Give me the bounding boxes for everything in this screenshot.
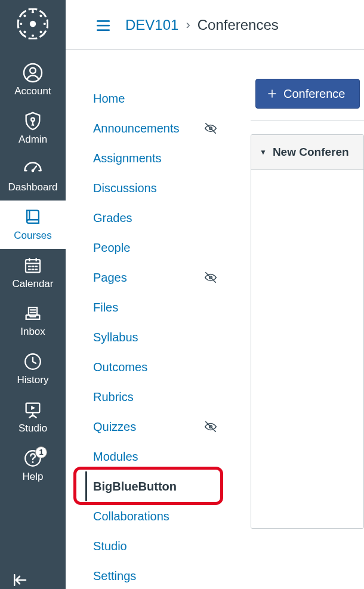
course-nav-label: Grades <box>93 211 132 225</box>
easel-play-icon <box>22 399 44 421</box>
nav-history[interactable]: History <box>0 345 66 393</box>
svg-point-3 <box>20 23 22 25</box>
breadcrumb-current: Conferences <box>198 17 279 33</box>
course-nav-label: Quizzes <box>93 420 136 434</box>
nav-account[interactable]: Account <box>0 56 66 104</box>
course-nav-item[interactable]: Rubrics <box>93 382 228 412</box>
svg-point-10 <box>30 67 36 73</box>
course-nav-label: Assignments <box>93 152 162 165</box>
course-nav-label: Announcements <box>93 122 180 135</box>
svg-point-17 <box>32 461 34 463</box>
course-nav-item[interactable]: Home <box>93 84 228 113</box>
nav-label: Calendar <box>13 279 54 290</box>
add-conference-button[interactable]: Conference <box>255 79 360 109</box>
nav-label: Studio <box>18 423 47 434</box>
top-bar: DEV101 › Conferences <box>66 0 364 50</box>
nav-label: Courses <box>14 230 51 242</box>
nav-label: Account <box>14 86 51 97</box>
nav-label: Dashboard <box>8 182 57 193</box>
nav-collapse-toggle[interactable] <box>0 563 66 589</box>
svg-point-2 <box>32 35 34 37</box>
course-nav-label: Outcomes <box>93 360 147 374</box>
course-nav-item[interactable]: Grades <box>93 203 228 233</box>
course-nav-item[interactable]: Collaborations <box>93 501 228 531</box>
course-nav-label: Files <box>93 301 118 314</box>
svg-point-1 <box>32 11 34 13</box>
book-icon <box>22 206 44 228</box>
add-conference-label: Conference <box>283 87 345 101</box>
course-nav-item[interactable]: BigBlueButton <box>85 471 228 501</box>
nav-studio[interactable]: Studio <box>0 393 66 442</box>
nav-dashboard[interactable]: Dashboard <box>0 152 66 201</box>
course-nav-item[interactable]: Announcements <box>93 113 228 143</box>
nav-inbox[interactable]: Inbox <box>0 297 66 345</box>
divider <box>251 121 364 121</box>
conference-section-body <box>251 170 363 528</box>
eye-off-icon <box>204 122 217 135</box>
inbox-tray-icon <box>22 303 44 324</box>
nav-help[interactable]: 1 Help <box>0 442 66 490</box>
course-nav-label: Studio <box>93 539 127 553</box>
calendar-icon <box>22 255 44 276</box>
nav-calendar[interactable]: Calendar <box>0 249 66 297</box>
nav-courses[interactable]: Courses <box>0 201 66 249</box>
eye-off-icon <box>204 420 217 433</box>
course-nav-item[interactable]: Files <box>93 292 228 322</box>
course-nav-item[interactable]: Settings <box>93 561 228 589</box>
nav-label: Inbox <box>20 326 45 338</box>
gauge-icon <box>22 158 44 180</box>
course-nav-label: BigBlueButton <box>93 480 177 494</box>
global-nav: Account Admin Dashboard <box>0 0 66 589</box>
course-nav-toggle[interactable] <box>94 18 112 32</box>
canvas-logo-icon <box>17 8 48 39</box>
course-nav-item[interactable]: Discussions <box>93 173 228 203</box>
course-nav-item[interactable]: Outcomes <box>93 352 228 382</box>
course-nav-label: Rubrics <box>93 390 134 404</box>
course-nav-label: Settings <box>93 569 136 583</box>
course-nav-item[interactable]: Studio <box>93 531 228 561</box>
course-nav-item[interactable]: Quizzes <box>93 412 228 442</box>
course-nav-item[interactable]: Modules <box>93 442 228 471</box>
nav-label: Help <box>23 471 44 483</box>
course-nav-label: Discussions <box>93 181 157 195</box>
caret-down-icon: ▼ <box>260 148 267 156</box>
conference-section-title: New Conferen <box>273 146 349 159</box>
course-nav-label: People <box>93 241 130 255</box>
help-badge: 1 <box>35 446 47 458</box>
svg-point-6 <box>39 14 42 17</box>
course-nav-label: Modules <box>93 450 138 464</box>
plus-icon <box>267 88 277 99</box>
svg-point-5 <box>23 14 26 17</box>
help-circle-icon: 1 <box>22 448 44 469</box>
svg-point-0 <box>30 21 36 27</box>
user-circle-icon <box>22 62 44 84</box>
course-nav-label: Pages <box>93 271 127 285</box>
course-nav-label: Collaborations <box>93 510 169 523</box>
clock-icon <box>22 351 44 372</box>
course-nav-item[interactable]: Pages <box>93 263 228 292</box>
svg-point-7 <box>23 30 26 33</box>
svg-point-8 <box>39 30 42 33</box>
course-nav-label: Home <box>93 92 125 106</box>
eye-off-icon <box>204 271 217 284</box>
course-nav-item[interactable]: People <box>93 233 228 263</box>
svg-point-4 <box>44 23 46 25</box>
conference-section-toggle[interactable]: ▼ New Conferen <box>251 135 363 170</box>
course-nav-item[interactable]: Assignments <box>93 143 228 173</box>
nav-label: Admin <box>18 134 47 146</box>
conference-list: ▼ New Conferen <box>251 134 364 529</box>
svg-point-11 <box>31 118 35 121</box>
nav-label: History <box>17 375 49 386</box>
chevron-right-icon: › <box>186 17 190 33</box>
breadcrumb: DEV101 › Conferences <box>125 17 279 33</box>
course-nav-item[interactable]: Syllabus <box>93 322 228 352</box>
breadcrumb-course-link[interactable]: DEV101 <box>125 17 178 33</box>
nav-admin[interactable]: Admin <box>0 104 66 153</box>
main-content: Conference ▼ New Conferen <box>251 70 364 529</box>
course-nav: HomeAnnouncementsAssignmentsDiscussionsG… <box>66 70 228 589</box>
course-nav-label: Syllabus <box>93 331 138 344</box>
shield-key-icon <box>22 110 44 132</box>
